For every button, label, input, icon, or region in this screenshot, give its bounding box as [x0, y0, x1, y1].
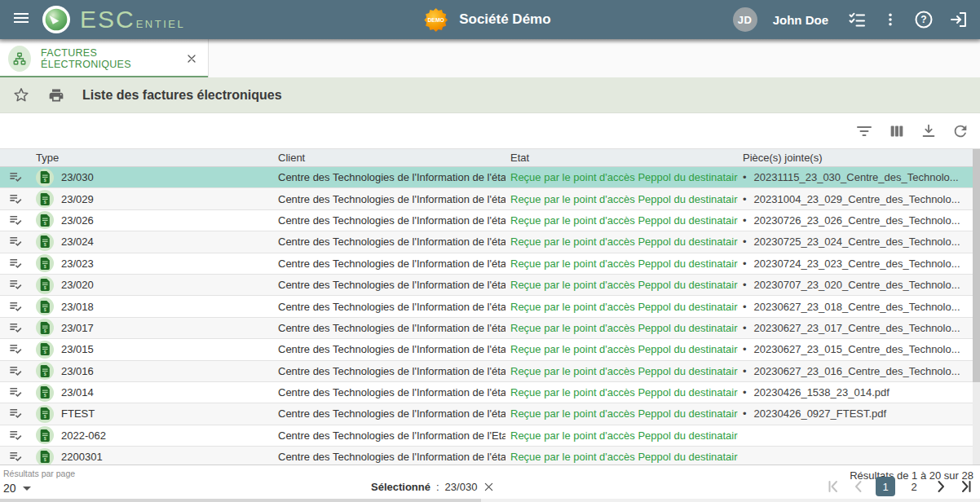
invoice-number: 23/014: [61, 386, 94, 399]
row-actions-icon[interactable]: [8, 320, 24, 336]
last-page-icon[interactable]: [958, 478, 974, 495]
horizontal-scrollbar-thumb[interactable]: [0, 499, 481, 502]
column-header-type[interactable]: Type: [31, 152, 273, 164]
table-row[interactable]: $ 23/030 Centre des Technologies de l'In…: [0, 167, 980, 188]
invoice-number: 2200301: [61, 451, 103, 463]
table-row[interactable]: $ FTEST Centre des Technologies de l'Inf…: [0, 403, 980, 425]
column-header-client[interactable]: Client: [273, 152, 505, 164]
attachment-link[interactable]: 20231115_23_030_Centre_des_Technolo...: [754, 171, 959, 183]
attachment-link[interactable]: 20231004_23_029_Centre_des_Technolo...: [754, 193, 960, 205]
download-icon[interactable]: [920, 122, 938, 140]
invoice-number: 23/024: [61, 236, 94, 248]
table-row[interactable]: $ 23/014 Centre des Technologies de l'In…: [0, 382, 980, 403]
row-actions-icon[interactable]: [8, 234, 24, 249]
kebab-menu-icon[interactable]: [882, 11, 898, 29]
svg-text:$: $: [43, 285, 46, 290]
invoice-number: 23/015: [61, 343, 94, 355]
row-actions-icon[interactable]: [8, 428, 24, 443]
attachment-link[interactable]: 20230627_23_017_Centre_des_Technolo...: [754, 322, 960, 334]
attachment-link[interactable]: 20230426_1538_23_014.pdf: [754, 386, 890, 399]
attachment-link[interactable]: 20230426_0927_FTEST.pdf: [754, 407, 887, 420]
hamburger-icon[interactable]: [11, 8, 31, 31]
table-row[interactable]: $ 23/015 Centre des Technologies de l'In…: [0, 339, 980, 360]
table-row[interactable]: $ 23/026 Centre des Technologies de l'In…: [0, 210, 980, 231]
attachment-link[interactable]: 20230724_23_023_Centre_des_Technolo...: [754, 258, 960, 270]
invoice-status: Reçue par le point d'accès Peppol du des…: [505, 193, 738, 205]
attachment-link[interactable]: 20230627_23_018_Centre_des_Technolo...: [754, 301, 960, 313]
clear-selection-icon[interactable]: [483, 481, 495, 493]
scrollbar-thumb[interactable]: [973, 149, 980, 382]
row-actions-icon[interactable]: [8, 449, 24, 465]
tab-strip: FACTURES ÉLECTRONIQUES: [0, 39, 980, 77]
client-name: Centre des Technologies de l'Information…: [273, 193, 505, 205]
invoice-status: Reçue par le point d'accès Peppol du des…: [505, 407, 738, 420]
table-row[interactable]: $ 23/018 Centre des Technologies de l'In…: [0, 296, 980, 317]
checklist-icon[interactable]: [847, 10, 867, 29]
invoice-status: Reçue par le point d'accès Peppol du des…: [505, 171, 738, 183]
table-row[interactable]: $ 23/020 Centre des Technologies de l'In…: [0, 275, 980, 296]
print-icon[interactable]: [48, 87, 64, 103]
attachment-link[interactable]: 20230725_23_024_Centre_des_Technolo...: [754, 236, 960, 248]
invoice-status: Reçue par le point d'accès Peppol du des…: [505, 429, 738, 442]
horizontal-scrollbar[interactable]: [0, 499, 980, 502]
selection-separator: :: [436, 481, 439, 493]
row-actions-icon[interactable]: [8, 299, 24, 315]
page-title: Liste des factures électroniques: [82, 88, 282, 103]
row-actions-icon[interactable]: [8, 385, 24, 400]
avatar[interactable]: JD: [733, 7, 757, 32]
row-actions-icon[interactable]: [8, 363, 24, 379]
table-row[interactable]: $ 23/029 Centre des Technologies de l'In…: [0, 188, 980, 209]
row-actions-icon[interactable]: [8, 277, 24, 293]
app-logo-wordmark: ESCentiel: [80, 6, 185, 33]
attachment-bullet: •: [743, 279, 747, 291]
svg-text:$: $: [43, 199, 46, 204]
prev-page-icon[interactable]: [850, 478, 867, 495]
page-button-1[interactable]: 1: [876, 477, 895, 496]
attachment-bullet: •: [743, 407, 747, 420]
client-name: Centre des Technologies de l'Information…: [273, 258, 505, 270]
invoice-file-icon: $: [36, 190, 54, 208]
row-actions-icon[interactable]: [8, 213, 24, 228]
attachment-link[interactable]: 20230707_23_020_Centre_des_Technolo...: [754, 279, 960, 291]
page-button-2[interactable]: 2: [904, 477, 924, 496]
filter-icon[interactable]: [854, 121, 874, 141]
workflow-icon: [8, 46, 31, 72]
tab-factures-electroniques[interactable]: FACTURES ÉLECTRONIQUES: [0, 39, 209, 77]
close-icon[interactable]: [185, 52, 198, 65]
column-header-pieces-jointes[interactable]: Pièce(s) jointe(s): [738, 152, 980, 164]
attachment-bullet: •: [743, 365, 747, 377]
table-row[interactable]: $ 23/023 Centre des Technologies de l'In…: [0, 253, 980, 275]
invoice-number: 23/026: [61, 214, 94, 227]
attachment-link[interactable]: 20230627_23_016_Centre_des_Technolo...: [754, 365, 960, 377]
row-actions-icon[interactable]: [8, 341, 24, 357]
columns-icon[interactable]: [888, 122, 906, 140]
refresh-icon[interactable]: [951, 122, 969, 140]
row-actions-icon[interactable]: [8, 170, 24, 185]
attachment-link[interactable]: 20230627_23_015_Centre_des_Technolo...: [754, 343, 960, 355]
column-header-etat[interactable]: Etat: [505, 152, 738, 164]
per-page-select[interactable]: 20: [3, 482, 31, 495]
table-row[interactable]: $ 23/016 Centre des Technologies de l'In…: [0, 361, 980, 382]
svg-text:DEMO: DEMO: [427, 16, 444, 22]
row-actions-icon[interactable]: [8, 256, 24, 271]
row-actions-icon[interactable]: [8, 192, 24, 207]
selection-chip: Sélectionné : 23/030: [371, 481, 495, 493]
invoice-file-icon: $: [36, 362, 54, 380]
invoice-status: Reçue par le point d'accès Peppol du des…: [505, 322, 738, 334]
row-actions-icon[interactable]: [8, 406, 24, 421]
invoice-file-icon: $: [36, 426, 54, 444]
invoice-number: 23/020: [61, 279, 94, 291]
table-row[interactable]: $ 23/017 Centre des Technologies de l'In…: [0, 318, 980, 339]
table-row[interactable]: $ 2200301 Centre des Technologies de l'I…: [0, 447, 980, 465]
star-icon[interactable]: [12, 86, 30, 104]
client-name: Centre des Technologies de l'Information…: [273, 171, 505, 183]
table-row[interactable]: $ 2022-062 Centre des Technologies de l'…: [0, 425, 980, 447]
logout-icon[interactable]: [949, 10, 969, 29]
attachment-link[interactable]: 20230726_23_026_Centre_des_Technolo...: [754, 214, 960, 227]
vertical-scrollbar[interactable]: [973, 149, 980, 465]
help-icon[interactable]: ?: [914, 10, 934, 29]
next-page-icon[interactable]: [933, 478, 949, 495]
client-name: Centre des Technologies de l'Information…: [273, 279, 505, 291]
table-row[interactable]: $ 23/024 Centre des Technologies de l'In…: [0, 231, 980, 253]
first-page-icon[interactable]: [825, 478, 841, 495]
